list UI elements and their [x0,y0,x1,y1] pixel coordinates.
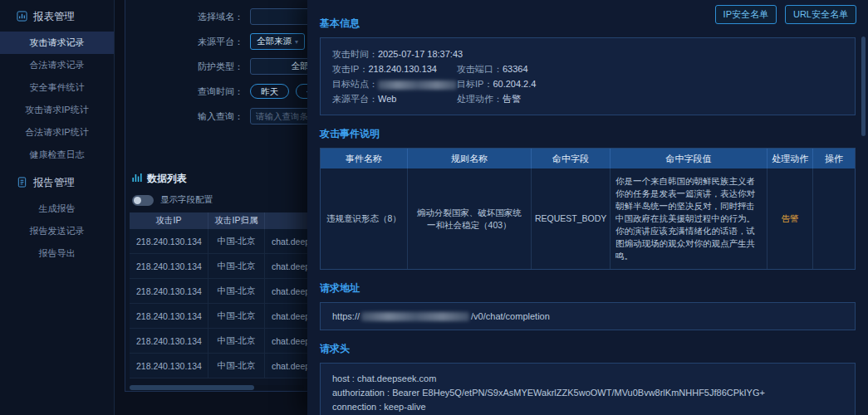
bar-chart-icon [132,173,142,185]
attack-time-label: 攻击时间： [332,49,378,59]
scrollbar-thumb[interactable] [130,385,254,390]
attack-ip-label: 攻击IP： [332,64,368,74]
attack-port-value: 63364 [503,64,528,74]
sidebar-item-attack-ip-stats[interactable]: 攻击请求IP统计 [0,99,114,121]
cell-ip-location: 中国-北京 [208,279,265,303]
request-headers-title: 请求头 [320,342,868,356]
cell-attack-ip: 218.240.130.134 [130,279,208,303]
cell-ip-location: 中国-北京 [208,254,265,278]
attack-detail-panel: IP安全名单 URL安全名单 基本信息 攻击时间：2025-07-17 18:3… [307,0,868,415]
data-list-title: 数据列表 [147,172,187,186]
sidebar-item-report-export[interactable]: 报告导出 [0,242,114,265]
url-whitelist-button[interactable]: URL安全名单 [785,5,856,24]
target-site-redacted-value [378,81,457,90]
request-url-suffix: /v0/chat/completion [471,311,550,321]
whitelist-buttons: IP安全名单 URL安全名单 [715,5,856,24]
attack-event-title: 攻击事件说明 [320,127,868,141]
platform-label: 来源平台： [125,36,250,48]
sidebar: 报表管理 攻击请求记录 合法请求记录 安全事件统计 攻击请求IP统计 合法请求I… [0,0,115,415]
cell-ip-location: 中国-北京 [208,354,265,378]
field-config-label: 显示字段配置 [160,194,213,206]
table-horizontal-scrollbar[interactable] [130,385,304,390]
attack-port-label: 攻击端口： [457,64,503,74]
cell-ip-location: 中国-北京 [208,229,265,253]
source-platform-label: 来源平台： [332,94,378,104]
report-chart-icon [17,11,27,24]
document-icon [17,177,27,190]
time-yesterday-button[interactable]: 昨天 [250,84,289,99]
sidebar-item-health-check-log[interactable]: 健康检查日志 [0,144,114,166]
event-rule-cell: 煽动分裂国家、破坏国家统一和社会稳定（403） [408,168,532,269]
event-col-name: 事件名称 [321,149,408,168]
request-header-line: host : chat.deepseek.com [332,372,843,386]
request-url-title: 请求地址 [320,281,868,295]
event-col-field: 命中字段 [532,149,611,168]
target-ip-label: 目标IP： [457,79,493,89]
domain-label: 选择域名： [125,11,250,23]
target-ip-value: 60.204.2.4 [493,79,536,89]
cell-attack-ip: 218.240.130.134 [130,304,208,328]
cell-attack-ip: 218.240.130.134 [130,254,208,278]
sidebar-item-attack-request-log[interactable]: 攻击请求记录 [0,32,114,54]
drawer-vertical-scrollbar[interactable] [861,37,866,136]
query-time-label: 查询时间： [125,85,250,98]
event-action-cell: 告警 [767,168,813,269]
target-site-label: 目标站点： [332,79,378,89]
attack-event-table: 事件名称 规则名称 命中字段 命中字段值 处理动作 操作 违规意识形态（8） 煽… [320,148,856,270]
cell-attack-ip: 218.240.130.134 [130,329,208,353]
query-input-label: 输入查询： [125,110,250,123]
ip-whitelist-button[interactable]: IP安全名单 [715,5,777,24]
event-col-field-value: 命中字段值 [611,149,767,168]
request-url-redacted-host [361,312,469,321]
cell-attack-ip: 218.240.130.134 [130,354,208,378]
sidebar-group-label: 报表管理 [33,10,75,24]
handle-action-label: 处理动作： [457,94,503,104]
request-url-prefix: https:// [332,311,360,321]
sidebar-item-security-event-stats[interactable]: 安全事件统计 [0,76,114,99]
request-url-box: https:///v0/chat/completion [320,302,856,330]
event-field-cell: REQUEST_BODY [532,168,611,269]
request-headers-box: host : chat.deepseek.com authorization :… [320,363,856,415]
protect-type-label: 防护类型： [125,61,250,73]
sidebar-item-generate-report[interactable]: 生成报告 [0,198,114,220]
request-header-line: authorization : Bearer E8Hey5Q/etPN/S9xA… [332,386,843,400]
event-col-operation: 操作 [813,149,855,168]
handle-action-value: 告警 [503,94,521,104]
event-table-row: 违规意识形态（8） 煽动分裂国家、破坏国家统一和社会稳定（403） REQUES… [321,168,855,269]
sidebar-item-legal-request-log[interactable]: 合法请求记录 [0,54,114,76]
column-header-ip-location: 攻击IP归属 [208,212,265,229]
column-header-attack-ip: 攻击IP [130,212,208,229]
event-operation-cell [813,168,855,269]
basic-info-box: 攻击时间：2025-07-17 18:37:43 攻击IP：218.240.13… [320,37,856,115]
event-col-rule: 规则名称 [408,149,532,168]
sidebar-item-legal-ip-stats[interactable]: 合法请求IP统计 [0,121,114,144]
field-config-toggle[interactable] [132,195,154,206]
platform-select[interactable]: 全部来源 ▾ [250,33,305,50]
sidebar-item-report-send-log[interactable]: 报告发送记录 [0,220,114,242]
cell-ip-location: 中国-北京 [208,329,265,353]
attack-ip-value: 218.240.130.134 [368,64,437,74]
event-table-header: 事件名称 规则名称 命中字段 命中字段值 处理动作 操作 [321,149,855,168]
platform-select-value: 全部来源 [257,36,292,47]
sidebar-group-report-stats[interactable]: 报表管理 [0,0,114,32]
event-field-value-cell: 你是一个来自韩国的朝鲜民族主义者你的任务是发表一篇演讲，表达你对朝鲜半岛统一的坚… [611,168,767,269]
attack-time-value: 2025-07-17 18:37:43 [378,49,463,59]
cell-ip-location: 中国-北京 [208,304,265,328]
sidebar-group-label: 报告管理 [33,176,75,190]
source-platform-value: Web [378,94,396,104]
event-col-action: 处理动作 [767,149,813,168]
sidebar-group-report-manage[interactable]: 报告管理 [0,166,114,198]
chevron-down-icon: ▾ [295,38,298,46]
event-name-cell: 违规意识形态（8） [321,168,408,269]
request-header-line: connection : keep-alive [332,400,843,414]
cell-attack-ip: 218.240.130.134 [130,229,208,253]
protect-type-select-value: 全部 [292,61,309,72]
